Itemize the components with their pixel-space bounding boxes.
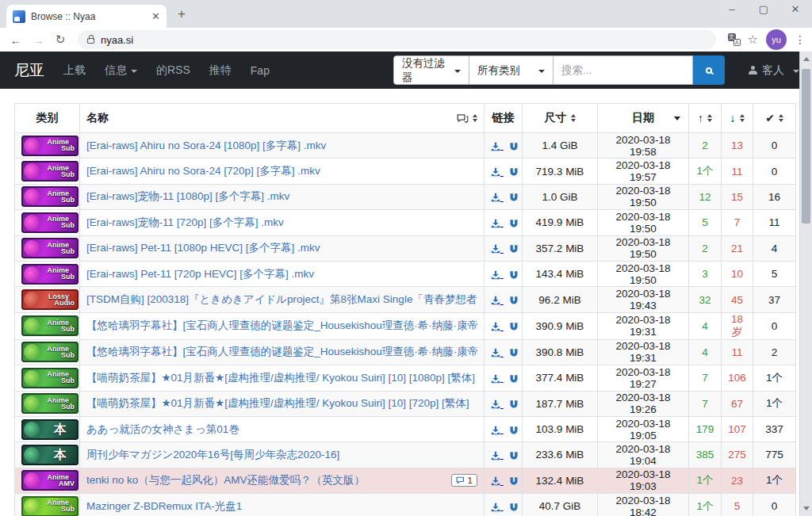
magnet-button[interactable]	[509, 475, 519, 487]
torrent-name-link[interactable]: 周刊少年マガジン2020年16号[每周少年杂志2020-16]	[86, 448, 477, 462]
tab-close-icon[interactable]: ✕	[151, 11, 160, 21]
download-button[interactable]	[491, 166, 504, 178]
browser-tab[interactable]: Browse :: Nyaa ✕	[6, 5, 167, 28]
download-button[interactable]	[491, 475, 504, 487]
torrent-name-link[interactable]: [Erai-raws] Ahiru no Sora-24 [1080p] [多字…	[86, 139, 477, 153]
magnet-button[interactable]	[509, 346, 519, 358]
magnet-button[interactable]	[509, 243, 519, 254]
header-completed[interactable]: ✔	[753, 104, 796, 133]
magnet-button[interactable]	[509, 423, 519, 435]
search-input[interactable]	[553, 55, 693, 85]
torrent-name-link[interactable]: [Erai-raws]宠物-11 [720p] [多个字幕] .mkv	[86, 216, 477, 230]
profile-avatar[interactable]: yu	[766, 29, 787, 50]
category-icon[interactable]: 本	[21, 419, 79, 440]
download-button[interactable]	[491, 243, 504, 254]
header-seeders[interactable]: ↑	[689, 104, 722, 133]
category-icon[interactable]: AnimeSub	[21, 238, 79, 258]
download-button[interactable]	[491, 423, 504, 435]
scroll-up-arrow[interactable]	[800, 53, 812, 65]
header-date[interactable]: 日期	[598, 104, 689, 133]
date-cell: 2020-03-18 19:26	[598, 391, 689, 416]
magnet-button[interactable]	[509, 372, 519, 384]
magnet-button[interactable]	[509, 500, 519, 512]
download-button[interactable]	[491, 216, 504, 228]
download-button[interactable]	[491, 294, 504, 306]
scrollbar-thumb[interactable]	[802, 69, 810, 224]
back-button[interactable]: ←	[6, 33, 25, 47]
nav-link[interactable]: 上载	[63, 63, 86, 78]
header-size[interactable]: 尺寸	[523, 104, 598, 133]
torrent-name-link[interactable]: ああっ就活の女神さまっ第01巻	[86, 422, 477, 437]
download-button[interactable]	[491, 372, 504, 384]
category-icon[interactable]: AnimeSub	[21, 186, 79, 207]
torrent-name-link[interactable]: [Erai-raws]宠物-11 [1080p] [多个字幕] .mkv	[86, 189, 477, 204]
leechers-cell: 15	[722, 184, 753, 209]
download-button[interactable]	[491, 346, 504, 358]
brand-link[interactable]: 尼亚	[14, 60, 44, 81]
download-button[interactable]	[491, 191, 504, 203]
magnet-button[interactable]	[509, 320, 519, 332]
header-category: 类别	[15, 104, 80, 133]
magnet-button[interactable]	[509, 166, 519, 178]
torrent-name-link[interactable]: 【悠哈璃羽字幕社】[宝石商人理查德的谜题鉴定_Housekishou理查德·希·…	[86, 319, 477, 333]
header-leechers[interactable]: ↓	[722, 104, 753, 133]
category-icon[interactable]: AnimeSub	[21, 342, 79, 362]
torrent-name-link[interactable]: [TSDM自购] [200318]『ときめきアイドルproject』第8张Max…	[86, 292, 477, 307]
category-icon[interactable]: AnimeSub	[21, 212, 79, 233]
user-menu[interactable]: 客人	[749, 63, 799, 78]
category-icon[interactable]: LossyAudio	[21, 289, 79, 310]
download-button[interactable]	[491, 398, 504, 410]
new-tab-button[interactable]: +	[178, 6, 186, 22]
category-icon[interactable]: 本	[21, 445, 79, 465]
bookmark-star-icon[interactable]: ☆	[748, 32, 758, 47]
sort-comments-button[interactable]	[457, 113, 477, 124]
magnet-button[interactable]	[509, 294, 519, 306]
window-close-button[interactable]: ✕	[785, 3, 806, 15]
magnet-button[interactable]	[509, 398, 519, 410]
category-icon[interactable]: AnimeSub	[21, 136, 79, 156]
comments-badge[interactable]: 1	[451, 474, 477, 487]
download-button[interactable]	[491, 140, 504, 151]
nav-link[interactable]: 推特	[209, 63, 232, 78]
forward-button[interactable]: →	[29, 33, 48, 47]
category-icon[interactable]: AnimeAMV	[21, 470, 79, 491]
magnet-button[interactable]	[509, 216, 519, 228]
category-icon[interactable]: AnimeSub	[21, 496, 79, 516]
category-icon[interactable]: AnimeSub	[21, 264, 79, 285]
download-button[interactable]	[491, 500, 504, 512]
magnet-button[interactable]	[509, 449, 519, 461]
torrent-name-link[interactable]: [Erai-raws] Pet-11 [720p HEVC] [多个字幕] .m…	[86, 267, 477, 281]
address-bar[interactable]: nyaa.si	[78, 30, 716, 49]
torrent-name-link[interactable]: Mazinger Z-BDRemux ITA-光盘1	[86, 499, 477, 514]
window-minimize-button[interactable]: –	[722, 3, 742, 15]
category-icon[interactable]: AnimeSub	[21, 315, 79, 336]
download-button[interactable]	[491, 449, 504, 461]
torrent-name-link[interactable]: 【悠哈璃羽字幕社】[宝石商人理查德的谜题鉴定_Housekishou理查德·希·…	[86, 345, 477, 359]
nav-link[interactable]: 信息	[105, 63, 137, 78]
window-maximize-button[interactable]: ▢	[753, 3, 774, 15]
magnet-button[interactable]	[509, 191, 519, 203]
filter-dropdown[interactable]: 没有过滤器	[393, 55, 469, 85]
category-icon[interactable]: AnimeSub	[21, 161, 79, 182]
torrent-name-link[interactable]: [Erai-raws] Ahiru no Sora-24 [720p] [多字幕…	[86, 164, 477, 178]
download-button[interactable]	[491, 268, 504, 280]
torrent-name-link[interactable]: 【喵萌奶茶屋】★01月新番★[虚构推理/虚构推理/ Kyokou Suiri] …	[86, 371, 477, 385]
nav-link[interactable]: Fap	[251, 64, 270, 77]
scroll-down-arrow[interactable]	[800, 503, 812, 514]
category-icon[interactable]: AnimeSub	[21, 368, 79, 388]
completed-cell: 4	[753, 235, 796, 261]
torrent-name-link[interactable]: [Erai-raws] Pet-11 [1080p HEVC] [多个字幕] .…	[86, 241, 477, 255]
download-button[interactable]	[491, 320, 504, 332]
nav-link[interactable]: 的RSS	[156, 63, 190, 78]
reload-button[interactable]: ↻	[51, 32, 70, 47]
magnet-button[interactable]	[509, 140, 519, 151]
category-icon[interactable]: AnimeSub	[21, 393, 79, 414]
magnet-button[interactable]	[509, 268, 519, 280]
search-button[interactable]	[693, 55, 725, 85]
translate-icon[interactable]: 文A	[728, 33, 741, 46]
torrent-name-link[interactable]: tenki no ko（与您一起风化）AMV还能做爱吗？（英文版）	[86, 473, 446, 487]
browser-menu-icon[interactable]: ⋮	[795, 33, 806, 46]
category-dropdown[interactable]: 所有类别	[469, 55, 553, 85]
page-scrollbar[interactable]	[799, 52, 812, 516]
torrent-name-link[interactable]: 【喵萌奶茶屋】★01月新番★[虚构推理/虚构推理/ Kyokou Suiri] …	[86, 396, 477, 411]
